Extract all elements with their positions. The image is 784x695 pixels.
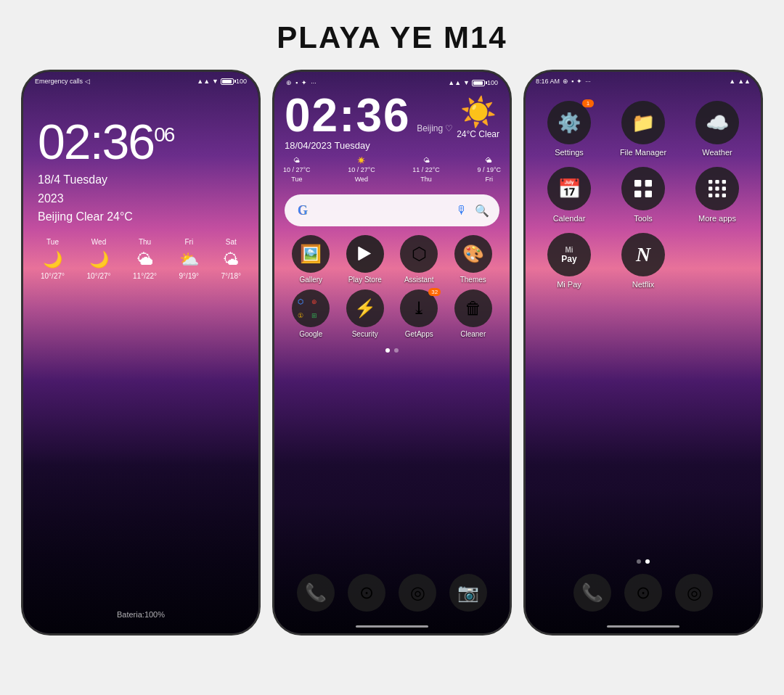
page-dots (274, 348, 510, 353)
playstore-icon[interactable] (346, 235, 384, 273)
app-calendar[interactable]: 📅 Calendar (536, 167, 603, 223)
temp-clear: 24°C Clear (457, 129, 499, 139)
svg-rect-7 (709, 186, 712, 190)
svg-rect-3 (645, 191, 652, 197)
assistant-label: Assistant (404, 276, 434, 284)
app-themes[interactable]: 🎨 Themes (449, 235, 499, 284)
svg-rect-0 (634, 180, 641, 186)
fc-wed-emoji: ☀️ (357, 157, 365, 164)
day-tue: Tue 🌙 10°/27° (41, 238, 65, 280)
svg-rect-6 (722, 180, 726, 184)
google-icon[interactable]: ⬡ ⊕ ① ⊞ (292, 289, 330, 327)
dock-camera[interactable]: 📷 (449, 574, 487, 612)
getapps-label: GetApps (405, 330, 433, 338)
weather-icon[interactable]: ☁️ (695, 101, 739, 144)
dock-phone[interactable]: 📞 (297, 574, 335, 612)
status-icons-right: ▲▲ ▼ 100 (197, 78, 247, 85)
clock-3: 8:16 AM (536, 78, 560, 85)
forecast-row: 🌤 10 / 27°C Tue ☀️ 10 / 27°C Wed 🌤 11 / … (274, 151, 510, 189)
fc-wed: ☀️ 10 / 27°C Wed (348, 157, 375, 183)
screen-icon: ▪ (295, 79, 298, 86)
svg-rect-12 (722, 194, 726, 197)
more-icon-3: ··· (585, 78, 591, 85)
filemanager-icon[interactable]: 📁 (621, 101, 665, 144)
day-thu: Thu 🌥 11°/22° (133, 238, 157, 280)
sun-icon: ☀️ (457, 95, 499, 129)
badge-settings: 1 (582, 99, 594, 107)
battery-text: Bateria:100% (23, 610, 258, 619)
dock-voicemail[interactable]: ⊙ (348, 574, 385, 612)
signal-3: ▲ (729, 78, 735, 85)
dock-3: 📞 ⊙ ◎ (526, 574, 761, 612)
dock: 📞 ⊙ ◎ 📷 (274, 574, 510, 612)
svg-rect-10 (709, 194, 712, 197)
dock-chrome[interactable]: ◎ (399, 574, 436, 612)
clock-section: 02:3606 18/4 Tuesday 2023 Beijing Clear … (23, 88, 258, 287)
app-playstore[interactable]: Play Store (340, 235, 391, 284)
status-bar-3: 8:16 AM ⊕ ▪ ✦ ··· ▲ ▲▲ (526, 72, 761, 86)
bars-3: ▲▲ (738, 78, 751, 85)
app-cleaner[interactable]: 🗑 Cleaner (449, 289, 499, 338)
status-right-3: ▲ ▲▲ (729, 78, 751, 85)
app-filemanager[interactable]: 📁 File Manager (610, 101, 677, 157)
status-bar-1: Emergency calls ◁ ▲▲ ▼ 100 (23, 72, 258, 88)
signal-icon: ▲▲ (197, 78, 210, 85)
battery-percent: 100 (236, 78, 247, 85)
fc-tue-emoji: 🌤 (293, 157, 300, 164)
app-netflix[interactable]: N Netflix (610, 233, 677, 289)
getapps-icon[interactable]: 32 ⤓ (400, 289, 438, 327)
app-grid-2: ⬡ ⊕ ① ⊞ Google ⚡ Security 32 ⤓ (274, 289, 510, 344)
settings-icon-3[interactable]: 1 ⚙️ (547, 101, 591, 144)
app-mipay[interactable]: Mi Pay Mi Pay (536, 233, 603, 289)
time-3: 8:16 AM ⊕ ▪ ✦ ··· (536, 78, 591, 85)
settings-icon-3: ✦ (576, 78, 582, 85)
date-info: 18/4 Tuesday 2023 Beijing Clear 24°C (38, 170, 244, 226)
search-bar[interactable]: G 🎙 🔍 (285, 194, 499, 226)
lens-icon[interactable]: 🔍 (475, 204, 489, 218)
weather-widget: ☀️ 24°C Clear (457, 95, 499, 139)
mipay-label: Mi Pay (557, 280, 581, 289)
app-gallery[interactable]: 🖼️ Gallery (286, 235, 336, 284)
app-weather[interactable]: ☁️ Weather (684, 101, 751, 157)
portrait-icon-3: ⊕ (563, 78, 568, 85)
app-tools[interactable]: Tools (610, 167, 677, 223)
svg-rect-1 (645, 180, 652, 186)
cleaner-icon[interactable]: 🗑 (454, 289, 492, 327)
weather-label: Weather (702, 148, 732, 157)
lock-clock: 02:3606 (38, 117, 244, 166)
svg-rect-4 (709, 180, 712, 184)
mic-icon[interactable]: 🎙 (456, 204, 467, 217)
dot-1 (385, 348, 390, 353)
dock-3-voicemail[interactable]: ⊙ (624, 574, 662, 612)
moreapps-label: More apps (698, 214, 736, 223)
assistant-icon[interactable]: ⬡ (400, 235, 438, 273)
mipay-icon[interactable]: Mi Pay (547, 233, 591, 276)
phone-appdrawer: 8:16 AM ⊕ ▪ ✦ ··· ▲ ▲▲ 1 ⚙️ (523, 70, 763, 636)
themes-label: Themes (460, 276, 486, 284)
nav-line (356, 625, 428, 628)
app-moreapps[interactable]: More apps (684, 167, 751, 223)
app-getapps[interactable]: 32 ⤓ GetApps (394, 289, 444, 338)
app-settings[interactable]: 1 ⚙️ Settings (536, 101, 603, 157)
dock-3-chrome[interactable]: ◎ (675, 574, 713, 612)
fc-thu-emoji: 🌤 (423, 157, 430, 164)
themes-icon[interactable]: 🎨 (454, 235, 492, 273)
emergency-text: Emergency calls ◁ (35, 78, 90, 85)
gallery-label: Gallery (299, 276, 322, 284)
calendar-icon[interactable]: 📅 (547, 167, 591, 210)
moreapps-icon[interactable] (695, 167, 739, 210)
wifi-icon: ▼ (212, 78, 219, 85)
gallery-icon[interactable]: 🖼️ (292, 235, 330, 273)
home-clock: 02:36 (285, 89, 411, 141)
phones-row: Emergency calls ◁ ▲▲ ▼ 100 02:3606 18/4 … (0, 70, 784, 636)
app-security[interactable]: ⚡ Security (340, 289, 391, 338)
dot-3-2 (645, 559, 650, 564)
status-bar-2: ⊕ ▪ ✦ ··· ▲▲ ▼ 100 (274, 72, 510, 89)
app-google[interactable]: ⬡ ⊕ ① ⊞ Google (286, 289, 336, 338)
app-assistant[interactable]: ⬡ Assistant (394, 235, 444, 284)
more-icon: ··· (311, 79, 317, 86)
dock-3-phone[interactable]: 📞 (573, 574, 611, 612)
netflix-icon[interactable]: N (621, 233, 665, 276)
security-icon[interactable]: ⚡ (346, 289, 384, 327)
tools-icon[interactable] (621, 167, 665, 210)
